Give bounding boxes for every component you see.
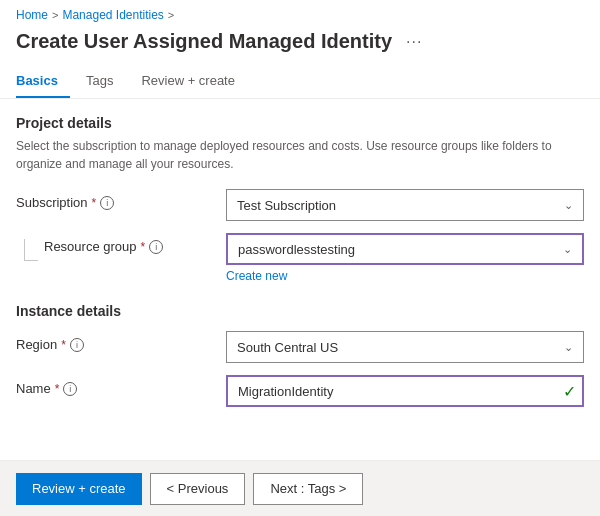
tab-tags[interactable]: Tags — [86, 65, 125, 98]
project-details-desc: Select the subscription to manage deploy… — [16, 137, 576, 173]
breadcrumb-home[interactable]: Home — [16, 8, 48, 22]
name-input[interactable] — [226, 375, 584, 407]
subscription-dropdown[interactable]: Test Subscription ⌄ — [226, 189, 584, 221]
page-header: Create User Assigned Managed Identity ··… — [0, 26, 600, 65]
subscription-row: Subscription * i Test Subscription ⌄ — [16, 189, 584, 221]
region-info-icon[interactable]: i — [70, 338, 84, 352]
next-button[interactable]: Next : Tags > — [253, 473, 363, 505]
footer: Review + create < Previous Next : Tags > — [0, 460, 600, 516]
subscription-value: Test Subscription — [237, 198, 336, 213]
l-connector — [24, 239, 38, 261]
name-required: * — [55, 382, 60, 396]
rg-value: passwordlesstesting — [238, 242, 355, 257]
project-details-title: Project details — [16, 115, 584, 131]
rg-info-icon[interactable]: i — [149, 240, 163, 254]
ellipsis-button[interactable]: ··· — [402, 31, 426, 53]
subscription-chevron: ⌄ — [564, 199, 573, 212]
create-new-link[interactable]: Create new — [226, 269, 584, 283]
name-label: Name — [16, 381, 51, 396]
subscription-control: Test Subscription ⌄ — [226, 189, 584, 221]
region-label: Region — [16, 337, 57, 352]
rg-label: Resource group * i — [44, 239, 163, 254]
resource-group-row: Resource group * i passwordlesstesting ⌄… — [16, 233, 584, 283]
rg-control: passwordlesstesting ⌄ Create new — [226, 233, 584, 283]
subscription-required: * — [92, 196, 97, 210]
region-value: South Central US — [237, 340, 338, 355]
region-label-col: Region * i — [16, 331, 226, 352]
previous-button[interactable]: < Previous — [150, 473, 246, 505]
breadcrumb-sep-2: > — [168, 9, 174, 21]
tab-bar: Basics Tags Review + create — [0, 65, 600, 99]
instance-details-title: Instance details — [16, 303, 584, 319]
region-dropdown[interactable]: South Central US ⌄ — [226, 331, 584, 363]
rg-label-col: Resource group * i — [16, 233, 226, 261]
name-row: Name * i ✓ — [16, 375, 584, 407]
resource-group-dropdown[interactable]: passwordlesstesting ⌄ — [226, 233, 584, 265]
name-input-wrapper: ✓ — [226, 375, 584, 407]
region-control: South Central US ⌄ — [226, 331, 584, 363]
breadcrumb-managed-identities[interactable]: Managed Identities — [62, 8, 163, 22]
name-control: ✓ — [226, 375, 584, 407]
tab-basics[interactable]: Basics — [16, 65, 70, 98]
content-area: Project details Select the subscription … — [0, 99, 600, 435]
subscription-label: Subscription — [16, 195, 88, 210]
breadcrumb-sep-1: > — [52, 9, 58, 21]
rg-required: * — [141, 240, 146, 254]
subscription-info-icon[interactable]: i — [100, 196, 114, 210]
region-row: Region * i South Central US ⌄ — [16, 331, 584, 363]
rg-label-text: Resource group — [44, 239, 137, 254]
breadcrumb: Home > Managed Identities > — [0, 0, 600, 26]
name-label-col: Name * i — [16, 375, 226, 396]
name-checkmark-icon: ✓ — [563, 382, 576, 401]
rg-chevron: ⌄ — [563, 243, 572, 256]
review-create-button[interactable]: Review + create — [16, 473, 142, 505]
name-info-icon[interactable]: i — [63, 382, 77, 396]
subscription-label-col: Subscription * i — [16, 189, 226, 210]
region-required: * — [61, 338, 66, 352]
tab-review-create[interactable]: Review + create — [141, 65, 247, 98]
region-chevron: ⌄ — [564, 341, 573, 354]
instance-details-section: Instance details — [16, 303, 584, 319]
page-title: Create User Assigned Managed Identity — [16, 30, 392, 53]
